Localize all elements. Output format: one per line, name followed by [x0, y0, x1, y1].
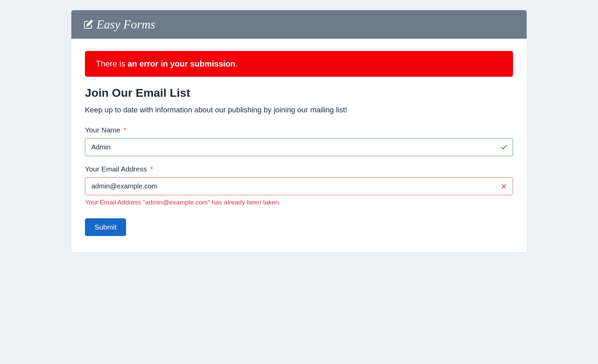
- name-label: Your Name: [85, 126, 120, 134]
- alert-bold: an error in your submission: [127, 59, 235, 68]
- name-label-row: Your Name *: [85, 126, 513, 134]
- alert-prefix: There is: [96, 59, 127, 68]
- name-field-group: Your Name *: [85, 126, 513, 156]
- alert-suffix: .: [235, 59, 238, 68]
- name-input-wrap: [85, 138, 513, 156]
- error-alert: There is an error in your submission.: [85, 51, 513, 77]
- brand-name: Easy Forms: [96, 18, 155, 31]
- email-input[interactable]: [85, 177, 513, 195]
- check-icon: [500, 144, 508, 151]
- card-header: Easy Forms: [71, 10, 527, 39]
- email-error-message: Your Email Address "admin@example.com" h…: [85, 199, 513, 206]
- x-icon: [500, 183, 508, 190]
- card-body: There is an error in your submission. Jo…: [71, 39, 527, 252]
- form-description: Keep up to date with information about o…: [85, 106, 513, 114]
- required-indicator: *: [150, 165, 153, 173]
- email-field-group: Your Email Address * Your Email Address …: [85, 165, 513, 206]
- email-label: Your Email Address: [85, 165, 147, 173]
- email-input-wrap: [85, 177, 513, 195]
- brand: Easy Forms: [84, 18, 155, 31]
- submit-button[interactable]: Submit: [85, 218, 126, 236]
- email-label-row: Your Email Address *: [85, 165, 513, 173]
- required-indicator: *: [124, 126, 126, 134]
- edit-icon: [84, 20, 93, 29]
- form-title: Join Our Email List: [85, 86, 513, 99]
- form-card: Easy Forms There is an error in your sub…: [71, 10, 527, 252]
- name-input[interactable]: [85, 138, 513, 156]
